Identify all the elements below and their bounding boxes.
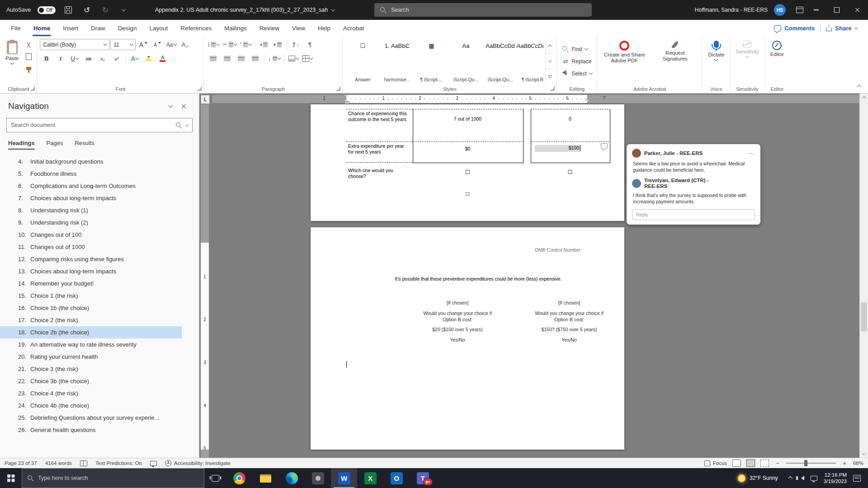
borders-button[interactable] [301,53,314,64]
style-card[interactable]: AaBbCcDdEe ¶ iScript-R... [517,38,543,84]
nav-heading-item[interactable]: 20. Rating your current health [0,351,182,363]
ribbon-tab[interactable]: Help [311,20,337,36]
paste-button[interactable]: Paste [3,38,21,84]
bullets-button[interactable] [207,39,220,50]
vertical-scrollbar[interactable] [859,94,868,458]
ribbon-tab[interactable]: View [286,20,311,36]
create-share-pdf-button[interactable]: Create and Share Adobe PDF [600,38,649,84]
left-indent-marker[interactable] [344,101,349,104]
undo-button[interactable]: ↺ [81,4,93,16]
font-family-select[interactable]: Calibri (Body) [40,39,109,50]
underline-button[interactable] [68,53,81,64]
editor-button[interactable]: Editor [768,38,787,84]
comments-button[interactable]: Comments [774,25,815,32]
nav-heading-item[interactable]: 21. Choice 3 (the risk) [0,363,182,375]
ribbon-tab[interactable]: Draw [85,20,112,36]
nav-heading-item[interactable]: 18. Choice 2b (the choice) [0,326,182,338]
scroll-down-button[interactable] [860,450,868,458]
style-card[interactable]: ☐ Answer [345,38,380,84]
ribbon-tab[interactable]: References [174,20,218,36]
checkbox-option-b[interactable]: ☐ [531,169,609,175]
zoom-in-button[interactable]: + [841,460,848,467]
nav-heading-item[interactable]: 10. Changes out of 100 [0,229,182,241]
nav-heading-item[interactable]: 14. Remember your budget! [0,277,182,290]
nav-heading-item[interactable]: 11. Changes out of 1000 [0,241,182,253]
increase-indent-button[interactable] [271,39,284,50]
nav-heading-item[interactable]: 17. Choice 2 (the risk) [0,314,182,326]
focus-button[interactable]: Focus [704,460,727,466]
select-button[interactable]: Select [560,68,594,79]
nav-heading-item[interactable]: 9. Understanding risk (2) [0,216,182,229]
nav-heading-item[interactable]: 15. Choice 1 (the risk) [0,290,182,302]
nav-heading-item[interactable]: 16. Choice 1b (the choice) [0,302,182,314]
web-layout-button[interactable] [760,460,769,467]
nav-heading-item[interactable]: 5. Foodborne illness [0,168,182,180]
taskbar-outlook[interactable]: O [383,468,410,488]
copy-button[interactable] [23,51,34,62]
tab-pages[interactable]: Pages [47,140,63,150]
navigation-close-button[interactable] [177,101,191,112]
request-signatures-button[interactable]: Request Signatures [651,38,699,84]
clear-formatting-button[interactable] [179,39,192,50]
word-count[interactable]: 4164 words [45,460,72,466]
font-size-select[interactable]: 11 [110,39,136,50]
zoom-slider-thumb[interactable] [804,460,807,466]
comment-more-button[interactable]: ⋯ [749,150,755,157]
display-status-icon[interactable] [150,461,157,466]
navigation-options-button[interactable] [164,101,177,112]
decrease-indent-button[interactable] [257,39,270,50]
superscript-button[interactable] [110,53,123,64]
styles-scroll-down-button[interactable] [546,53,554,69]
font-dialog-launcher[interactable] [197,86,202,91]
sort-button[interactable] [289,39,302,50]
right-indent-marker[interactable] [585,99,589,101]
minimize-button[interactable] [806,0,826,20]
taskbar-edge[interactable] [278,468,305,488]
format-painter-button[interactable] [23,63,34,74]
strikethrough-button[interactable] [82,53,95,64]
taskbar-search[interactable]: Type here to search [22,468,204,488]
taskbar-teams[interactable]: T 9+ [410,468,436,488]
ribbon-display-options-button[interactable] [794,4,806,16]
line-spacing-button[interactable] [267,53,282,64]
save-button[interactable] [62,4,74,16]
zoom-level[interactable]: 68% [853,460,863,466]
show-formatting-marks-button[interactable] [303,39,316,50]
volume-icon[interactable] [801,476,804,480]
titlebar-search[interactable]: Search [374,3,592,17]
ribbon-tab[interactable]: Design [112,20,143,36]
first-line-indent-marker[interactable] [344,95,348,98]
highlight-button[interactable] [142,53,155,64]
sensitivity-button[interactable]: Sensitivity [733,38,762,84]
network-icon[interactable] [811,476,817,481]
redo-button[interactable]: ↻ [99,4,111,16]
ribbon-tab[interactable]: Insert [57,20,85,36]
navigation-search-input[interactable]: Search document [6,118,193,132]
document-page-1[interactable]: Chance of experiencing this outcome in t… [311,104,624,221]
taskbar-file-explorer[interactable] [252,468,278,488]
start-button[interactable] [0,468,22,488]
scroll-up-button[interactable] [860,94,868,102]
clipboard-dialog-launcher[interactable] [30,86,35,91]
nav-heading-item[interactable]: 7. Choices about long-term impacts [0,192,182,204]
taskbar-chrome[interactable] [226,468,252,488]
share-button[interactable]: Share [826,25,857,32]
hidden-icons-button[interactable] [789,475,792,481]
nav-heading-item[interactable]: 6. Complications and Long-term Outcomes [0,180,182,192]
document-page-2[interactable]: OMB Control Number: It’s possible that t… [311,227,624,450]
replace-button[interactable]: ⇄Replace [560,56,594,67]
cut-button[interactable] [23,39,34,50]
text-effects-button[interactable] [128,53,141,64]
taskbar-word[interactable]: W [331,468,357,488]
comment-card[interactable]: Parker, Julie - REE-ERS ⋯ Seems like a l… [627,144,760,225]
ribbon-tab[interactable]: File [5,20,27,36]
tab-results[interactable]: Results [75,140,94,150]
bold-button[interactable] [40,53,53,64]
nav-heading-item[interactable]: 8. Understanding risk (1) [0,204,182,216]
zoom-out-button[interactable]: − [774,460,781,467]
action-center-button[interactable] [853,475,861,482]
ribbon-tab[interactable]: Layout [143,20,175,36]
quick-access-toolbar-menu[interactable] [118,4,130,16]
user-avatar[interactable]: HS [774,4,786,16]
ribbon-tab[interactable]: Home [27,20,57,36]
